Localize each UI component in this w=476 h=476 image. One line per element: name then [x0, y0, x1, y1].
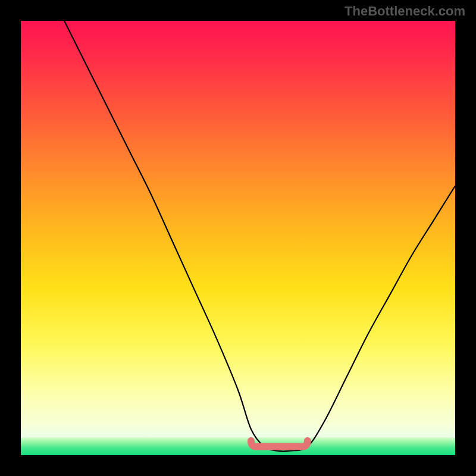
chart-svg [21, 21, 455, 455]
watermark-text: TheBottleneck.com [345, 4, 465, 19]
bottleneck-curve-line [64, 21, 455, 452]
chart-area [21, 21, 455, 455]
